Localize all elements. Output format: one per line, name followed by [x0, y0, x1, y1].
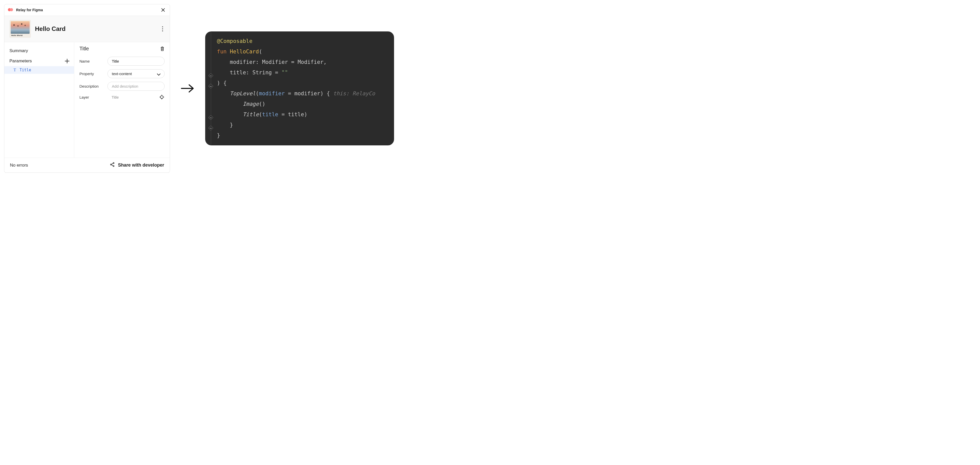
share-label: Share with developer: [118, 163, 164, 168]
layer-row: Layer Title: [80, 94, 165, 100]
relay-logo-icon: [8, 8, 14, 12]
share-with-developer-button[interactable]: Share with developer: [110, 162, 164, 168]
panel-titlebar: Relay for Figma: [4, 4, 170, 16]
code-fun-name: HelloCard: [230, 48, 259, 55]
parameter-item-title[interactable]: T Title: [4, 66, 74, 74]
description-input[interactable]: [107, 82, 165, 91]
code-param2-type: String: [252, 69, 272, 76]
panel-footer: No errors Share with developer: [4, 158, 170, 173]
detail-pane: Title Name Property: [74, 42, 170, 158]
code-fun-keyword: fun: [217, 48, 227, 55]
parameter-name: Title: [20, 68, 31, 72]
thumbnail-caption: Hello World: [11, 34, 30, 37]
name-label: Name: [80, 59, 102, 63]
chevron-down-icon: [157, 72, 160, 76]
description-label: Description: [80, 84, 102, 88]
code-param1-name: modifier: [230, 59, 256, 65]
parameters-header: Parameters: [4, 56, 74, 66]
code-param1-type: Modifier: [262, 59, 288, 65]
description-row: Description: [80, 82, 165, 91]
status-text: No errors: [10, 163, 28, 168]
sidebar: Summary Parameters T Title: [4, 42, 74, 158]
property-value: text-content: [112, 72, 132, 76]
property-label: Property: [80, 72, 102, 76]
name-row: Name: [80, 57, 165, 66]
code-toplevel-argname: modifier: [259, 90, 285, 97]
detail-title: Title: [80, 46, 89, 52]
code-preview: @Composable fun HelloCard( modifier: Mod…: [205, 32, 394, 145]
code-title-argname: title: [262, 112, 278, 118]
code-toplevel-argval: modifier: [294, 90, 320, 97]
code-toplevel-call: TopLevel: [230, 90, 256, 97]
code-inline-hint: this: RelayCo: [333, 90, 375, 97]
locate-layer-icon[interactable]: [159, 94, 165, 100]
card-title: Hello Card: [35, 25, 158, 32]
plugin-name: Relay for Figma: [16, 8, 43, 12]
panel-body: Summary Parameters T Title Title: [4, 42, 170, 158]
share-icon: [110, 162, 115, 168]
arrow-right-icon: [180, 83, 195, 94]
code-param2-name: title: [230, 69, 246, 76]
code-title-call: Title: [243, 112, 259, 118]
code-annotation: @Composable: [217, 38, 252, 44]
close-icon[interactable]: [161, 7, 165, 13]
card-header: Hello World Hello Card: [4, 16, 170, 42]
delete-icon[interactable]: [160, 46, 165, 52]
layer-value: Title: [107, 95, 154, 99]
add-parameter-icon[interactable]: [65, 59, 69, 63]
name-input[interactable]: [107, 57, 165, 66]
code-param1-default: Modifier: [298, 59, 323, 65]
code-title-argval: title: [288, 112, 304, 118]
parameters-label: Parameters: [10, 59, 32, 64]
more-menu-icon[interactable]: [162, 26, 163, 32]
layer-label: Layer: [80, 95, 102, 99]
property-select[interactable]: text-content: [107, 69, 165, 78]
svg-point-0: [161, 96, 163, 99]
relay-plugin-panel: Relay for Figma Hello World Hello Card S…: [4, 4, 170, 173]
property-row: Property text-content: [80, 69, 165, 78]
text-icon: T: [14, 68, 16, 72]
code-image-call: Image: [243, 101, 259, 107]
code-param2-default: "": [282, 69, 288, 76]
card-thumbnail: Hello World: [10, 20, 31, 38]
summary-label[interactable]: Summary: [4, 46, 74, 56]
